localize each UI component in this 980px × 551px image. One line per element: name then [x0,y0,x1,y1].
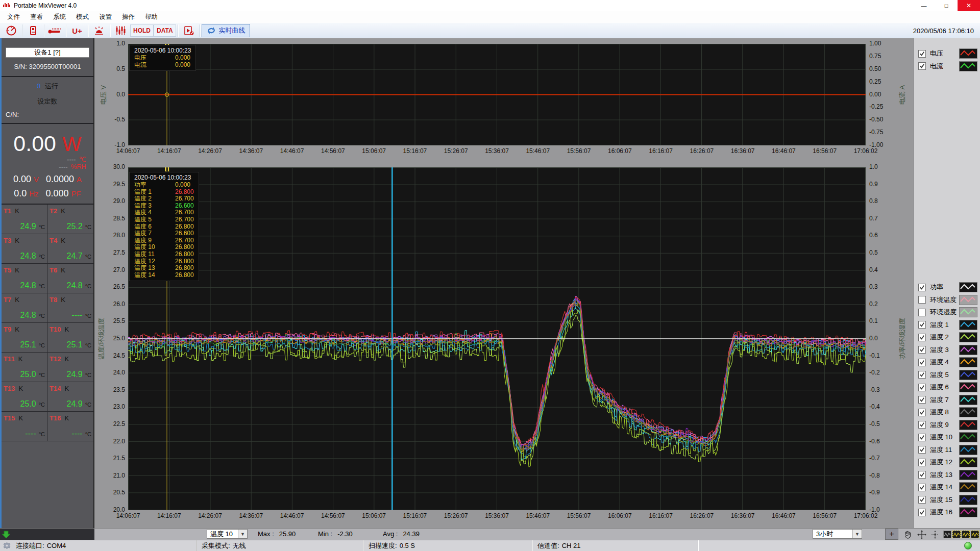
zoom-mode-button[interactable] [929,529,941,540]
bottom-legend-checkbox-6[interactable] [918,346,926,354]
bottom-legend-checkbox-10[interactable] [918,396,926,404]
bottom-legend-checkbox-17[interactable] [918,484,926,491]
run-label: 运行 [45,82,58,90]
bottom-legend-checkbox-7[interactable] [918,359,926,366]
tooltip-series-label: 温度 7 [134,230,173,237]
temperature-tooltip: 2020-05-06 10:00:23功率0.000温度 126.800温度 2… [129,172,199,281]
menu-item-6[interactable]: 操作 [117,11,140,23]
top-legend-checkbox-1[interactable] [918,50,926,58]
min-label: Min : [318,530,332,538]
series-line-icon [960,345,976,354]
bottom-legend-checkbox-5[interactable] [918,334,926,341]
top-legend-checkbox-2[interactable] [918,62,926,70]
bottom-legend-checkbox-4[interactable] [918,321,926,329]
bottom-legend-checkbox-9[interactable] [918,384,926,391]
tooltip-series-label: 温度 12 [134,258,173,265]
status-segment-2: 采集模式:无线 [197,540,363,551]
menu-item-1[interactable]: 文件 [2,11,25,23]
bottom-legend-checkbox-2[interactable] [918,296,926,304]
zoom-preset-button-4[interactable] [971,531,979,538]
maximize-button[interactable]: □ [935,0,958,11]
add-button[interactable]: + [885,529,898,540]
gauge-tool-button[interactable] [2,24,20,37]
y-tick-label: 0.00 [869,91,899,98]
chart-footer-bar: 温度 10 ▼ Max : 25.90 Min : -2.30 Avg : 24… [0,528,980,540]
temperature-power-plot[interactable] [128,167,866,510]
bottom-legend-checkbox-8[interactable] [918,371,926,379]
channel-value-row: 25.0°C [20,399,45,409]
voltage-tool-button[interactable]: U+ [68,24,86,37]
stat-channel-select[interactable]: 温度 10 ▼ [207,529,248,539]
mini-wave-icon [963,532,969,537]
zoom-preset-button-3[interactable] [962,531,970,538]
y-tick-label: 1.0 [95,40,125,47]
thermometer-tool-button[interactable] [46,24,64,37]
menu-item-3[interactable]: 系统 [48,11,71,23]
minimize-button[interactable]: — [913,0,935,11]
bottom-legend-checkbox-19[interactable] [918,509,926,516]
tooltip-series-value: 26.800 [175,223,194,231]
bottom-legend-checkbox-11[interactable] [918,409,926,416]
x-tick-label: 14:46:07 [280,147,304,155]
series-line-icon [960,383,976,391]
zoom-preset-button-1[interactable] [943,531,951,538]
y-tick-label: 0.75 [869,53,899,60]
channel-value-row: ----°C [25,429,45,438]
menu-item-7[interactable]: 帮助 [140,11,163,23]
legend-panel: 电压电流 功率环境温度环境湿度温度 1温度 2温度 3温度 4温度 5温度 6温… [914,38,980,528]
channel-cell-T7: T7K24.8°C [2,293,47,323]
channel-value: ---- [71,311,82,319]
series-color-swatch [959,495,977,505]
tooltip-row: 温度 1326.800 [134,265,194,272]
zoom-preset-button-2[interactable] [952,531,961,538]
thermocouple-type: K [64,355,69,363]
time-range-select[interactable]: 3小时 ▼ [813,529,862,539]
x-tick-label: 14:26:07 [198,512,222,519]
bottom-chart-right-axis-label: 功率/环境湿度 [898,303,907,374]
hold-button[interactable]: HOLD [130,24,154,37]
channel-value-row: 25.1°C [20,340,45,349]
recorder-tool-button[interactable] [24,24,42,37]
move-mode-button[interactable] [916,529,928,540]
power-value: 0.00 [13,131,56,156]
bottom-legend-label: 温度 6 [930,383,959,392]
bottom-legend-checkbox-12[interactable] [918,421,926,429]
device-name[interactable]: 设备1 [?] [6,47,89,58]
bottom-legend-checkbox-18[interactable] [918,496,926,504]
tooltip-series-value: 26.800 [175,189,194,196]
x-tick-label: 14:56:07 [321,512,345,519]
check-icon [919,447,925,453]
channel-unit: °C [85,283,91,289]
channel-id-row: T13K [4,384,47,393]
close-button[interactable]: ✕ [958,0,980,11]
bottom-legend-label: 温度 7 [930,395,959,405]
channel-value: 25.1 [20,340,36,349]
top-chart-left-axis-label: 电压 V [99,59,108,131]
voltage-current-plot[interactable] [128,44,866,145]
bottom-legend-checkbox-1[interactable] [918,284,926,291]
bottom-legend-checkbox-16[interactable] [918,471,926,479]
alarm-tool-button[interactable] [90,24,108,37]
data-button[interactable]: DATA [154,24,176,37]
bottom-legend-checkbox-3[interactable] [918,309,926,316]
channel-unit: °C [39,224,45,230]
menu-item-5[interactable]: 设置 [94,11,117,23]
channel-cell-T11: T11K25.0°C [2,353,47,382]
channel-id: T3 [4,237,11,244]
menu-item-4[interactable]: 模式 [71,11,94,23]
menu-item-2[interactable]: 查看 [25,11,48,23]
pan-hand-button[interactable] [901,529,914,540]
realtime-curve-button[interactable]: 实时曲线 [202,24,250,37]
bottom-legend-checkbox-15[interactable] [918,459,926,466]
record-export-button[interactable] [180,24,198,37]
x-tick-label: 16:06:07 [608,147,632,155]
channel-id-row: T10K [50,324,93,334]
device-serial: S/N: 32095500T00001 [2,58,93,77]
green-down-arrow-icon[interactable] [2,530,11,539]
channels-tool-button[interactable] [112,24,130,37]
bottom-legend-checkbox-13[interactable] [918,434,926,441]
bottom-legend-checkbox-14[interactable] [918,446,926,454]
status-segment-3: 扫描速度:0.5 S [363,540,532,551]
y-tick-label: 28.5 [95,215,125,222]
x-tick-label: 15:26:07 [444,512,468,519]
